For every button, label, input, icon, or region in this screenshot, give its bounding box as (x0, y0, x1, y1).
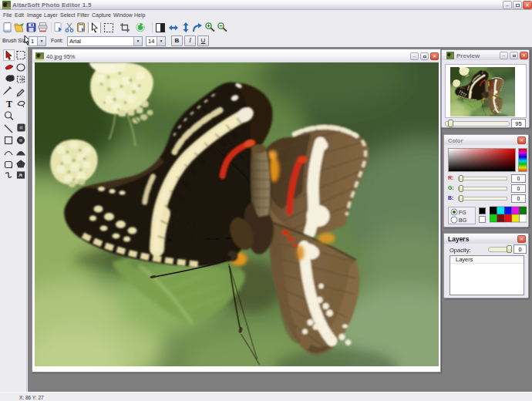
svg-text:T: T (6, 99, 12, 110)
svg-text:BG: BG (459, 217, 466, 223)
svg-text:FG: FG (459, 210, 466, 215)
